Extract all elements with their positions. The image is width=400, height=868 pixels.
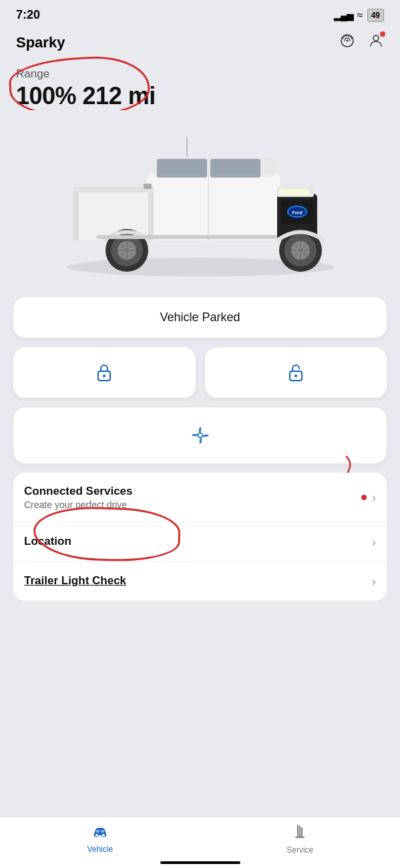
svg-rect-7 (148, 187, 154, 240)
svg-rect-16 (157, 159, 207, 178)
climate-card[interactable] (13, 407, 387, 463)
svg-rect-46 (101, 830, 104, 833)
app-title: Sparky (16, 34, 65, 51)
header: Sparky (0, 27, 400, 61)
svg-rect-17 (210, 159, 260, 178)
profile-icon[interactable] (368, 33, 384, 53)
svg-point-42 (198, 433, 202, 438)
svg-point-0 (347, 40, 349, 42)
connected-services-item[interactable]: Connected Services Create your perfect d… (13, 473, 387, 523)
svg-point-39 (103, 375, 106, 377)
menu-list: Connected Services Create your perfect d… (13, 473, 387, 601)
nav-vehicle[interactable]: Vehicle (0, 825, 200, 854)
menu-section: Connected Services Create your perfect d… (0, 473, 400, 601)
svg-text:Ford: Ford (292, 210, 303, 215)
home-indicator (160, 861, 240, 864)
bottom-navigation: Vehicle Service (0, 817, 400, 868)
trailer-light-title: Trailer Light Check (24, 574, 126, 588)
svg-point-1 (373, 35, 379, 41)
chevron-right-icon: › (372, 575, 376, 589)
svg-point-43 (95, 834, 98, 837)
parked-status-card[interactable]: Vehicle Parked (13, 297, 387, 338)
svg-point-44 (102, 834, 105, 837)
svg-rect-6 (73, 187, 79, 240)
svg-rect-19 (144, 184, 152, 189)
lock-button[interactable] (13, 347, 196, 398)
svg-rect-8 (73, 187, 154, 192)
vehicle-nav-icon (92, 825, 108, 842)
truck-svg: Ford (40, 120, 361, 280)
lock-buttons-row (13, 347, 387, 398)
svg-rect-45 (96, 830, 99, 833)
svg-rect-5 (73, 187, 154, 240)
vehicle-nav-label: Vehicle (87, 845, 113, 854)
battery-indicator: 49 (367, 9, 384, 22)
range-label: Range (16, 67, 384, 81)
vehicle-status-icon[interactable] (339, 33, 356, 52)
trailer-light-item[interactable]: Trailer Light Check › (13, 562, 387, 601)
range-value: 100% 212 mi (16, 82, 384, 110)
wifi-icon: ≈ (357, 9, 363, 21)
svg-rect-3 (147, 174, 280, 240)
chevron-right-icon: › (372, 491, 376, 505)
parked-status-text: Vehicle Parked (160, 310, 240, 324)
signal-icon: ▂▄▅ (334, 10, 353, 21)
service-nav-icon (293, 824, 307, 843)
notification-indicator (361, 495, 367, 500)
location-item[interactable]: Location › (13, 523, 387, 562)
connected-services-subtitle: Create your perfect drive (24, 499, 133, 510)
svg-point-41 (294, 375, 297, 377)
svg-rect-36 (97, 235, 277, 239)
notification-dot (380, 31, 385, 37)
status-bar: 7:20 ▂▄▅ ≈ 49 (0, 0, 400, 27)
range-section: Range 100% 212 mi (0, 61, 400, 110)
chevron-right-icon: › (372, 535, 376, 550)
svg-rect-15 (279, 189, 309, 195)
header-icons (339, 33, 384, 53)
unlock-button[interactable] (205, 347, 387, 398)
status-icons: ▂▄▅ ≈ 49 (334, 9, 384, 22)
location-title: Location (24, 535, 71, 548)
truck-image: Ford (0, 110, 400, 297)
connected-services-title: Connected Services (24, 485, 133, 498)
nav-service[interactable]: Service (200, 824, 401, 855)
service-nav-label: Service (286, 845, 313, 855)
status-time: 7:20 (16, 8, 40, 22)
